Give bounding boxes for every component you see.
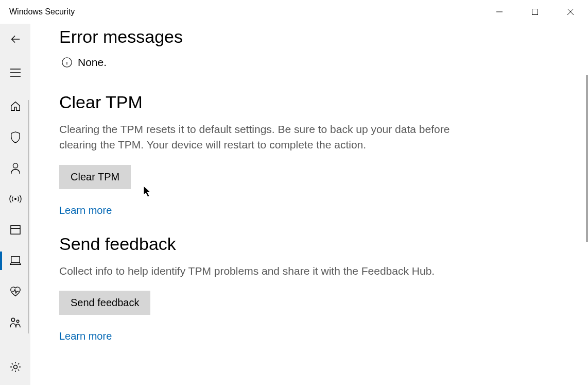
send-feedback-learn-more-link[interactable]: Learn more: [59, 330, 112, 342]
svg-point-14: [16, 320, 19, 323]
nav-device-security[interactable]: [0, 245, 30, 276]
family-icon: [9, 317, 22, 328]
nav-virus-threat[interactable]: [0, 122, 30, 153]
hamburger-icon: [10, 68, 21, 77]
sidebar: [0, 24, 30, 385]
clear-tpm-desc: Clearing the TPM resets it to default se…: [59, 122, 451, 153]
mouse-cursor-icon: [143, 186, 152, 198]
gear-icon: [9, 361, 22, 373]
clear-tpm-learn-more-link[interactable]: Learn more: [59, 205, 112, 216]
svg-point-13: [11, 318, 14, 321]
clear-tpm-button[interactable]: Clear TPM: [59, 165, 131, 189]
error-status-text: None.: [78, 56, 107, 69]
person-icon: [10, 162, 21, 174]
scrollbar-thumb[interactable]: [586, 75, 588, 242]
maximize-button[interactable]: [517, 0, 552, 24]
title-bar: Windows Security: [0, 0, 588, 24]
heart-pulse-icon: [9, 286, 22, 297]
app-window-icon: [10, 225, 21, 235]
error-status-row: None.: [59, 56, 559, 69]
svg-point-8: [13, 163, 18, 168]
send-feedback-desc: Collect info to help identify TPM proble…: [59, 263, 451, 279]
nav-home[interactable]: [0, 91, 30, 122]
clear-tpm-heading: Clear TPM: [59, 92, 559, 112]
nav-device-performance[interactable]: [0, 276, 30, 307]
window-title: Windows Security: [0, 7, 75, 16]
nav-account-protection[interactable]: [0, 153, 30, 183]
menu-toggle[interactable]: [0, 55, 30, 91]
svg-rect-10: [10, 226, 20, 234]
send-feedback-button[interactable]: Send feedback: [59, 291, 150, 315]
svg-point-15: [13, 365, 17, 369]
svg-rect-1: [532, 9, 538, 15]
nav-firewall-network[interactable]: [0, 183, 30, 214]
shield-icon: [10, 131, 21, 143]
laptop-icon: [9, 256, 22, 266]
error-messages-heading: Error messages: [59, 27, 559, 47]
back-arrow-icon: [10, 34, 21, 45]
svg-rect-12: [11, 257, 19, 263]
send-feedback-heading: Send feedback: [59, 234, 559, 254]
home-icon: [10, 101, 21, 112]
main-content: Error messages None. Clear TPM Clearing …: [30, 24, 588, 385]
close-button[interactable]: [552, 0, 588, 24]
window-controls: [481, 0, 588, 24]
antenna-icon: [9, 193, 22, 205]
info-icon: [61, 57, 73, 68]
minimize-button[interactable]: [481, 0, 517, 24]
nav-settings[interactable]: [0, 349, 30, 385]
nav-family-options[interactable]: [0, 307, 30, 338]
nav-app-browser-control[interactable]: [0, 214, 30, 245]
back-button[interactable]: [0, 24, 30, 55]
svg-point-9: [14, 198, 16, 200]
